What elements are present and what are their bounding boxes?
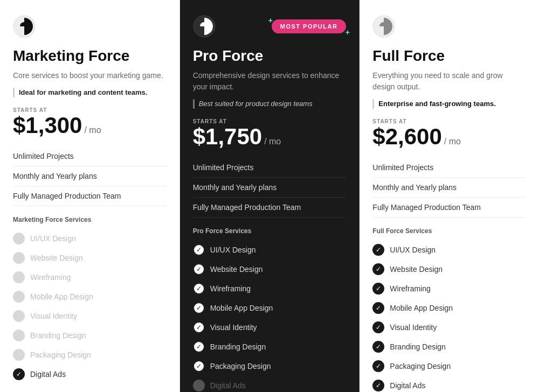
unchecked-icon [13,291,25,303]
feature-item: Monthly and Yearly plans [193,178,347,198]
check-icon: ✓ [372,321,384,333]
check-icon: ✓ [372,244,384,256]
service-item: Digital Ads [193,376,347,392]
price-amount: $1,750 [193,125,262,148]
service-item: Visual Identity [13,306,167,326]
unchecked-icon [13,349,25,361]
feature-item: Monthly and Yearly plans [13,166,167,186]
service-name: Branding Design [210,342,266,351]
service-name: Digital Ads [210,381,246,390]
service-name: Visual Identity [390,323,437,332]
service-item: ✓Wireframing [193,279,347,298]
feature-item: Fully Managed Production Team [193,198,347,218]
services-label: Pro Force Services [193,227,347,235]
ideal-for-text: Best suited for product design teams [199,99,313,109]
service-name: Website Design [390,265,443,274]
ideal-for-text: Enterprise and fast-growing teams. [378,99,495,109]
service-item: ✓Branding Design [193,337,347,356]
service-item: ✓Website Design [193,260,347,279]
price-amount: $2,600 [372,125,441,148]
feature-item: Fully Managed Production Team [372,198,526,218]
service-item: Wireframing [13,268,167,287]
service-item: ✓Website Design [372,260,526,279]
unchecked-icon [13,233,25,244]
price-per-mo: / mo [264,137,281,146]
plan-name: Full Force [372,47,526,65]
service-item: ✓Mobile App Design [372,298,526,318]
unchecked-icon [13,330,25,341]
service-name: UI/UX Design [210,246,256,254]
feature-item: Unlimited Projects [372,158,526,178]
service-name: Wireframing [390,284,430,293]
service-item: ✓UI/UX Design [193,240,347,260]
check-icon: ✓ [193,302,205,314]
check-icon: ✓ [193,283,205,295]
service-name: UI/UX Design [390,246,436,254]
service-item: Packaging Design [13,345,167,365]
plan-name: Marketing Force [13,47,167,65]
logo-wrap: MOST POPULAR [193,15,347,38]
plan-description: Everything you need to scale and grow de… [372,70,526,93]
ideal-for: Enterprise and fast-growing teams. [372,99,526,109]
unchecked-icon [13,310,25,322]
service-item: ✓UI/UX Design [372,240,526,260]
check-icon: ✓ [372,341,384,353]
service-name: Visual Identity [210,323,257,332]
check-icon: ✓ [193,321,205,333]
service-item: Website Design [13,248,167,268]
service-item: ✓Packaging Design [372,356,526,376]
check-icon: ✓ [372,263,384,275]
ideal-for: Best suited for product design teams [193,99,347,109]
logo-wrap [372,15,526,38]
service-name: Mobile App Design [210,304,273,312]
price-row: $2,600/ mo [372,125,526,148]
ideal-for-text: Ideal for marketing and content teams. [19,88,147,97]
price-per-mo: / mo [84,125,101,135]
check-icon: ✓ [13,368,25,380]
unchecked-icon [13,252,25,264]
ideal-for: Ideal for marketing and content teams. [13,88,167,97]
services-label: Full Force Services [372,227,526,235]
service-item: ✓Visual Identity [372,318,526,337]
plan-description: Core services to boost your marketing ga… [13,70,167,81]
plan-card-pro: MOST POPULARPro ForceComprehensive desig… [180,0,360,392]
service-name: Packaging Design [30,351,91,359]
check-icon: ✓ [372,360,384,372]
plan-card-full: Full ForceEverything you need to scale a… [360,0,539,392]
logo-wrap [13,15,167,38]
service-name: Digital Ads [30,370,66,379]
pricing-container: Marketing ForceCore services to boost yo… [0,0,539,392]
service-name: Branding Design [30,331,86,340]
service-item: ✓Mobile App Design [193,298,347,318]
service-name: Packaging Design [390,362,451,370]
service-name: Mobile App Design [30,292,93,301]
service-name: Digital Ads [390,381,425,390]
service-item: ✓Digital Ads [372,376,526,392]
service-name: UI/UX Design [30,234,76,243]
feature-item: Unlimited Projects [193,158,347,178]
service-item: ✓Branding Design [372,337,526,356]
feature-item: Fully Managed Production Team [13,186,167,206]
service-name: Website Design [30,254,83,262]
service-name: Visual Identity [30,312,77,320]
plan-card-marketing: Marketing ForceCore services to boost yo… [0,0,180,392]
unchecked-icon [193,380,205,391]
service-item: ✓Digital Ads [13,365,167,384]
price-per-mo: / mo [444,137,461,146]
service-item: ✓Wireframing [372,279,526,298]
service-item: Mobile App Design [13,287,167,306]
check-icon: ✓ [193,244,205,256]
service-name: Mobile App Design [390,304,453,312]
service-name: Wireframing [210,284,251,293]
service-name: Packaging Design [210,362,271,370]
price-row: $1,750/ mo [193,125,347,148]
feature-item: Monthly and Yearly plans [372,178,526,198]
check-icon: ✓ [372,380,384,391]
plan-description: Comprehensive design services to enhance… [193,70,347,93]
service-item: ✓Packaging Design [193,356,347,376]
service-item: Branding Design [13,326,167,345]
service-name: Wireframing [30,273,71,282]
check-icon: ✓ [193,360,205,372]
check-icon: ✓ [193,341,205,353]
check-icon: ✓ [372,283,384,295]
